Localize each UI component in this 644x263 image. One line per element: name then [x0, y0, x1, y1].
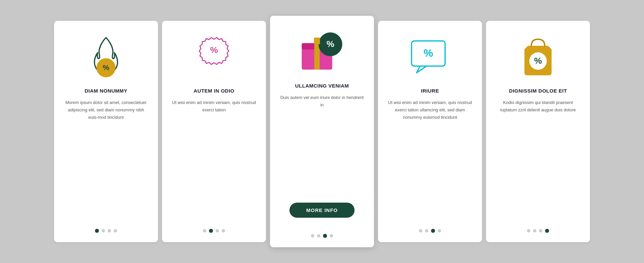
svg-text:%: %	[326, 39, 334, 49]
card-2-dots	[203, 229, 225, 233]
svg-text:%: %	[534, 56, 542, 66]
hot-discount-icon: %	[84, 34, 128, 78]
card-3-dots	[311, 234, 333, 238]
dot-active	[323, 234, 327, 238]
svg-text:%: %	[424, 47, 433, 59]
dot	[527, 229, 530, 232]
card-2-title: AUTEM IN ODIO	[194, 88, 234, 94]
badge-discount-icon: %	[192, 34, 236, 78]
card-1: % DIAM NONUMMY Morem ipsum dolor sit ame…	[54, 21, 158, 242]
dot	[425, 229, 428, 232]
card-1-dots	[95, 229, 117, 233]
dot	[330, 234, 333, 238]
dot	[539, 229, 542, 232]
dot	[216, 229, 219, 232]
card-3-title: ULLAMCING VENIAM	[295, 83, 349, 89]
bag-discount-icon: %	[516, 34, 560, 78]
dot-active	[545, 229, 549, 233]
card-5-title: DIGNISSIM DOLOE EIT	[509, 88, 567, 94]
gift-discount-icon: %	[300, 29, 344, 73]
card-3-body: Duis autem vel eum iriure dolor in hendr…	[279, 94, 365, 196]
dot-active	[431, 229, 435, 233]
card-4-title: IRIURE	[421, 88, 439, 94]
dot	[438, 229, 441, 232]
svg-text:%: %	[103, 63, 109, 72]
card-2: % AUTEM IN ODIO Ut wisi enim ad minim ve…	[162, 21, 266, 242]
chat-discount-icon: %	[408, 34, 452, 78]
card-1-body: Morem ipsum dolor sit amet, consectetuer…	[63, 99, 149, 219]
cards-container: % DIAM NONUMMY Morem ipsum dolor sit ame…	[0, 0, 644, 263]
card-4: % IRIURE Ut wisi enim ad minim veniam, q…	[378, 21, 482, 242]
card-4-body: Ut wisi enim ad minim veniam, quis nostr…	[387, 99, 473, 219]
card-3: % ULLAMCING VENIAM Duis autem vel eum ir…	[270, 16, 374, 247]
svg-text:%: %	[210, 45, 218, 55]
dot-active	[209, 229, 213, 233]
dot	[222, 229, 225, 232]
card-1-title: DIAM NONUMMY	[85, 88, 127, 94]
dot	[419, 229, 422, 232]
svg-rect-8	[314, 38, 320, 44]
dot	[533, 229, 536, 232]
card-2-body: Ut wisi enim ad minim veniam, quis nostr…	[171, 99, 257, 219]
card-5-dots	[527, 229, 549, 233]
dot	[317, 234, 320, 238]
more-info-button[interactable]: MORE INFO	[289, 203, 355, 218]
dot	[108, 229, 111, 232]
dot	[102, 229, 105, 232]
dot	[311, 234, 314, 238]
dot-active	[95, 229, 99, 233]
card-4-dots	[419, 229, 441, 233]
card-5: % DIGNISSIM DOLOE EIT Kodio dignissim qu…	[486, 21, 590, 242]
card-5-body: Kodio dignissim qui blandit praesent lup…	[495, 99, 581, 219]
dot	[114, 229, 117, 232]
dot	[203, 229, 206, 232]
